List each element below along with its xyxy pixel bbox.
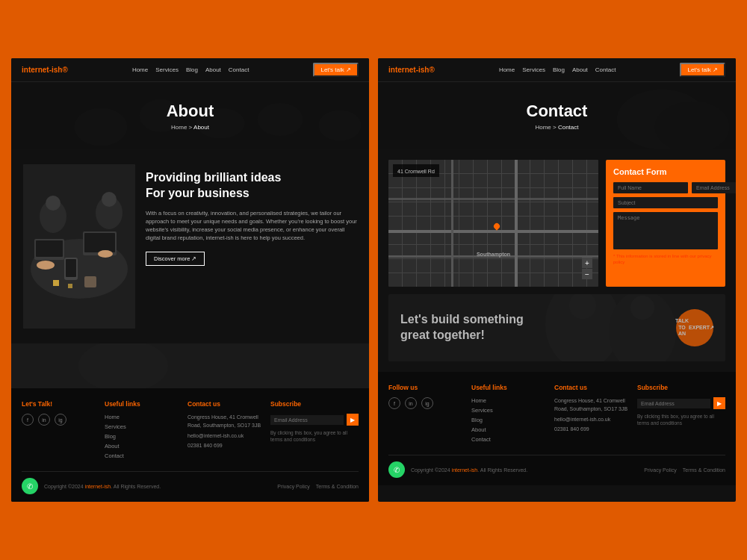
about-heading-line1: Providing brilliant ideas [146, 171, 281, 184]
contact-nav-contact[interactable]: Contact [595, 66, 616, 73]
contact-form-section: Contact Form * This information is store… [606, 160, 725, 287]
footer-email-row: ▶ [270, 414, 359, 426]
about-hero-content: About Home > About [167, 102, 214, 131]
contact-footer-col-subscribe: Subscribe ▶ By clicking this box, you ag… [637, 384, 725, 446]
contact-footer-privacy-policy[interactable]: Privacy Policy [644, 467, 677, 473]
svg-rect-18 [53, 280, 59, 286]
contact-footer-brand-link[interactable]: internet-ish [452, 467, 478, 473]
form-notice: * This information is stored in line wit… [613, 254, 718, 266]
contact-nav-home[interactable]: Home [499, 66, 515, 73]
footer-email-input[interactable] [270, 415, 344, 425]
contact-footer-link-about[interactable]: About [471, 426, 547, 433]
svg-rect-17 [84, 276, 96, 287]
nav-cta-button[interactable]: Let's talk ↗ [313, 63, 359, 77]
contact-social-linkedin-icon[interactable]: in [405, 397, 417, 409]
contact-footer-link-contact[interactable]: Contact [471, 436, 547, 443]
contact-footer-phone: 02381 840 699 [554, 426, 630, 434]
contact-footer-subscribe-note: By clicking this box, you agree to all t… [637, 413, 725, 426]
discover-more-button[interactable]: Discover more ↗ [146, 252, 205, 266]
footer-useful-links-title: Useful links [105, 400, 180, 408]
contact-footer-bottom: ✆ Copyright ©2024 internet-ish. All Righ… [388, 455, 725, 478]
svg-point-12 [37, 261, 55, 270]
footer-email-submit-button[interactable]: ▶ [347, 414, 359, 426]
contact-nav-about[interactable]: About [572, 66, 588, 73]
svg-point-23 [102, 192, 117, 207]
footer-col-contact: Contact us Congress House, 41 Cromwell R… [187, 400, 263, 462]
contact-footer-grid: Follow us f in ig Useful links Home Serv… [388, 384, 725, 446]
form-message-textarea[interactable] [613, 212, 718, 249]
map-road-h1 [388, 198, 598, 200]
nav-services[interactable]: Services [155, 66, 179, 73]
form-fullname-input[interactable] [613, 182, 688, 193]
social-linkedin-icon[interactable]: in [38, 414, 50, 426]
footer-bottom-links: Privacy Policy Terms & Condition [277, 484, 359, 489]
contact-nav: internet-ish® Home Services Blog About C… [378, 58, 736, 82]
contact-footer-link-blog[interactable]: Blog [471, 417, 547, 423]
map-placeholder: 41 Cromwell Rd + − Southampton [388, 160, 598, 287]
svg-rect-11 [84, 233, 115, 252]
map-zoom-in[interactable]: + [582, 258, 592, 268]
contact-footer-email-input[interactable] [637, 399, 710, 408]
footer-link-blog[interactable]: Blog [105, 433, 180, 440]
contact-social-instagram-icon[interactable]: ig [421, 397, 433, 409]
footer-privacy-policy[interactable]: Privacy Policy [277, 484, 310, 489]
contact-footer-follow-title: Follow us [388, 384, 464, 391]
footer-link-contact[interactable]: Contact [105, 452, 180, 459]
about-text: Providing brilliant ideas For your busin… [146, 164, 357, 266]
footer-subscribe-note: By clicking this box, you agree to all t… [270, 429, 359, 443]
contact-nav-cta-button[interactable]: Let's talk ↗ [680, 63, 725, 77]
contact-footer-link-services[interactable]: Services [471, 407, 547, 414]
contact-social-facebook-icon[interactable]: f [388, 397, 400, 409]
contact-footer-email-row: ▶ [637, 397, 725, 409]
footer-col-subscribe: Subscribe ▶ By clicking this box, you ag… [270, 400, 359, 462]
nav-about[interactable]: About [205, 66, 221, 73]
about-logo: internet-ish® [22, 66, 68, 74]
contact-footer-terms[interactable]: Terms & Condition [683, 467, 725, 473]
social-facebook-icon[interactable]: f [22, 414, 34, 426]
form-notice-asterisk: * [613, 254, 615, 258]
footer-brand-link[interactable]: internet-ish [85, 484, 111, 489]
social-instagram-icon[interactable]: ig [55, 414, 66, 426]
nav-contact[interactable]: Contact [229, 66, 249, 73]
whatsapp-button[interactable]: ✆ [22, 478, 38, 494]
map-road-v2 [515, 160, 518, 287]
footer-letstalk-title: Let's Talk! [22, 400, 97, 408]
footer-subscribe-title: Subscribe [270, 400, 359, 408]
map-city-label: Southampton [477, 252, 510, 257]
contact-footer-email-submit[interactable]: ▶ [713, 397, 725, 409]
contact-hero: Contact Home > Contact [378, 82, 736, 149]
contact-main-content: 41 Cromwell Rd + − Southampton Contact F… [378, 149, 736, 372]
footer-copyright: Copyright ©2024 internet-ish. All Rights… [44, 484, 161, 489]
contact-footer-social-icons: f in ig [388, 397, 464, 409]
contact-nav-links: Home Services Blog About Contact [499, 66, 616, 73]
about-cta-banner [11, 343, 369, 388]
map-zoom-out[interactable]: − [582, 269, 592, 279]
form-name-email-row [613, 182, 718, 193]
contact-page: internet-ish® Home Services Blog About C… [378, 58, 736, 502]
svg-point-21 [46, 196, 61, 211]
form-subject-input[interactable] [613, 197, 718, 208]
svg-point-13 [98, 250, 113, 258]
nav-home[interactable]: Home [132, 66, 148, 73]
footer-contact-title: Contact us [187, 400, 263, 408]
about-footer-grid: Let's Talk! f in ig Useful links Home Se… [22, 400, 359, 462]
contact-logo: internet-ish® [388, 66, 435, 74]
contact-breadcrumb-current: Contact [558, 124, 579, 131]
footer-link-about[interactable]: About [105, 443, 180, 449]
contact-footer-subscribe-title: Subscribe [637, 384, 725, 391]
contact-nav-blog[interactable]: Blog [553, 66, 565, 73]
contact-footer: Follow us f in ig Useful links Home Serv… [378, 372, 736, 485]
about-breadcrumb: Home > About [167, 124, 214, 131]
nav-blog[interactable]: Blog [186, 66, 198, 73]
contact-footer-link-home[interactable]: Home [471, 397, 547, 404]
footer-link-services[interactable]: Services [105, 423, 180, 430]
contact-footer-useful-links-title: Useful links [471, 384, 547, 391]
contact-whatsapp-button[interactable]: ✆ [388, 461, 405, 478]
map-label: 41 Cromwell Rd [393, 164, 439, 177]
contact-nav-services[interactable]: Services [522, 66, 545, 73]
footer-terms[interactable]: Terms & Condition [316, 484, 359, 489]
form-email-input[interactable] [692, 182, 736, 193]
map-road-h2 [388, 230, 598, 233]
footer-link-home[interactable]: Home [105, 414, 180, 420]
contact-breadcrumb: Home > Contact [527, 124, 588, 131]
